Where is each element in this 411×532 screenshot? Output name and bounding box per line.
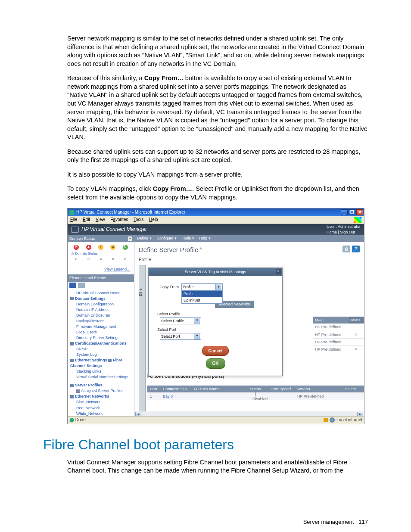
- select-port-dropdown[interactable]: Select Port ▼: [160, 333, 201, 340]
- view-toggle-list-icon[interactable]: [78, 283, 85, 288]
- fc-port: 1: [147, 394, 160, 399]
- view-legend-link[interactable]: View Legend…: [68, 265, 134, 274]
- paragraph-1: Server network mapping is similar to the…: [43, 34, 368, 68]
- nav-ethernet-settings[interactable]: Ethernet Settings: [70, 358, 107, 362]
- fc-row: 1 Bay 3 Disabled HP Pre-defined: [147, 392, 364, 400]
- nav-directory-server[interactable]: Directory Server Settings: [70, 335, 133, 341]
- dialog-title: Server VLAN Tag to vNet Mappings: [185, 270, 246, 274]
- ie-menu-help[interactable]: Help: [149, 217, 158, 222]
- intranet-icon: [330, 417, 335, 423]
- nav-server-profiles[interactable]: Server Profiles: [70, 383, 103, 387]
- nav-stacking-links[interactable]: Stacking Links: [70, 369, 133, 374]
- nav-ethernet-networks[interactable]: Ethernet Networks: [70, 394, 109, 398]
- fc-col-name: FC SAN Name: [191, 386, 247, 392]
- ie-menu-edit[interactable]: Edit: [83, 217, 90, 222]
- chevron-down-icon[interactable]: ▼: [215, 284, 221, 290]
- status-error-icon: ▲: [86, 245, 91, 250]
- status-done: Done: [75, 417, 86, 422]
- fc-col-delete: Delete: [342, 386, 364, 392]
- maximize-button[interactable]: ❐: [349, 209, 355, 215]
- nav-home[interactable]: HP Virtual Connect Home: [70, 290, 133, 296]
- menu-help[interactable]: Help ▾: [199, 236, 211, 241]
- dropdown-option-uplinkset[interactable]: UplinkSet: [182, 297, 222, 303]
- close-button[interactable]: ✕: [356, 209, 363, 215]
- count-1: 0: [87, 257, 89, 262]
- menu-define[interactable]: Define ▾: [137, 236, 152, 241]
- help-icon[interactable]: ?: [352, 246, 360, 252]
- chevron-down-icon[interactable]: ▼: [194, 333, 200, 339]
- nav-backup-restore[interactable]: Backup/Restore: [70, 318, 133, 324]
- nav-red-net[interactable]: Red_Network: [70, 405, 133, 411]
- fc-col-port: Port: [147, 386, 160, 392]
- footer-label: Server management: [303, 519, 354, 525]
- ie-menu-tools[interactable]: Tools: [134, 217, 143, 222]
- menu-tools[interactable]: Tools ▾: [182, 236, 194, 241]
- app-header: HP Virtual Connect Manager User : Admini…: [68, 224, 364, 235]
- ie-menu-file[interactable]: File: [70, 217, 77, 222]
- copy-from-label: Copy From: [155, 284, 179, 289]
- mac-cell: HP Pre-defined: [313, 324, 349, 330]
- nav-snmp[interactable]: SNMP: [70, 346, 133, 352]
- select-port-placeholder: Select Port: [161, 334, 180, 339]
- delete-x-icon[interactable]: [349, 339, 364, 345]
- checkbox-icon[interactable]: [250, 392, 256, 396]
- home-signout-links[interactable]: Home | Sign Out: [327, 230, 361, 235]
- nav-domain-enclosures[interactable]: Domain Enclosures: [70, 313, 133, 318]
- nav-assigned-profiles[interactable]: Assigned Server Profiles: [70, 388, 133, 394]
- minimize-button[interactable]: _: [341, 209, 348, 215]
- scroll-right-icon[interactable]: ►: [357, 412, 363, 416]
- paragraph-after: Virtual Connect Manager supports setting…: [43, 458, 368, 475]
- dropdown-option-profile[interactable]: Profile: [182, 291, 222, 297]
- ok-button[interactable]: OK: [206, 358, 225, 369]
- ie-menubar: File Edit View Favorites Tools Help: [68, 216, 364, 224]
- p5-lead: To copy VLAN mappings, click: [67, 185, 153, 192]
- copy-from-dropdown-list: Profile UplinkSet: [181, 290, 223, 303]
- ie-menu-view[interactable]: View: [96, 217, 105, 222]
- page-footer: Server management 117: [43, 518, 368, 526]
- hp-logo-icon: [71, 227, 79, 233]
- menu-configure[interactable]: Configure ▾: [157, 236, 177, 241]
- paragraph-4: It is also possible to copy VLAN mapping…: [43, 171, 368, 179]
- nav-blue-net[interactable]: Blue_Network: [70, 399, 133, 405]
- nav-syslog[interactable]: System Log: [70, 352, 133, 358]
- nav-domain-config[interactable]: Domain Configuration: [70, 302, 133, 307]
- nav-white-net[interactable]: White_Network: [70, 411, 133, 416]
- main-hscroll[interactable]: ◄ ►: [134, 411, 364, 416]
- nav-certs[interactable]: Certificates/Authentications: [70, 341, 127, 345]
- chevron-down-icon[interactable]: ▼: [194, 318, 200, 324]
- paragraph-5: To copy VLAN mappings, click Copy From….…: [43, 185, 368, 202]
- nav-firmware[interactable]: Firmware Management: [70, 324, 133, 330]
- domain-status-row-label: Domain Status: [75, 252, 97, 255]
- select-profile-dropdown[interactable]: Select Profile ▼: [160, 317, 201, 324]
- print-icon[interactable]: ⎙: [342, 246, 350, 252]
- delete-x-icon[interactable]: [349, 324, 364, 330]
- modified-indicator: *: [199, 246, 202, 253]
- ie-titlebar: HP Virtual Connect Manager - Microsoft I…: [68, 208, 364, 216]
- delete-header: Delete: [349, 317, 364, 324]
- status-caution-icon: ▲: [110, 245, 115, 250]
- lock-icon: [324, 418, 328, 422]
- delete-x-icon[interactable]: ✕: [349, 347, 364, 352]
- user-label: User : Administrator: [327, 224, 361, 229]
- scroll-left-icon[interactable]: ◄: [135, 412, 141, 416]
- view-toggle-tree-icon[interactable]: [69, 283, 76, 288]
- nav-tree: HP Virtual Connect Home Domain Settings …: [68, 289, 134, 416]
- nav-domain-settings[interactable]: Domain Settings: [70, 296, 106, 301]
- copy-from-value: Profile: [183, 284, 194, 289]
- nav-local-users[interactable]: Local Users: [70, 330, 133, 335]
- delete-x-icon[interactable]: ✕: [349, 332, 364, 337]
- collapse-icon[interactable]: −: [128, 236, 132, 241]
- fc-san-table: Port Connected To FC SAN Name Status Por…: [147, 386, 364, 400]
- p2-tail: button is available to copy a set of exi…: [67, 75, 367, 140]
- cancel-button[interactable]: Cancel: [202, 346, 229, 356]
- ie-menu-favorites[interactable]: Favorites: [110, 217, 128, 222]
- ie-icon: [69, 210, 75, 215]
- dialog-close-icon[interactable]: ✕: [276, 269, 281, 274]
- mac-cell: HP Pre-defined: [313, 332, 349, 337]
- nav-vsn-settings[interactable]: Virtual Serial Number Settings: [70, 374, 133, 380]
- paragraph-2: Because of this similarity, a Copy From……: [43, 74, 368, 142]
- copy-from-select[interactable]: Profile ▼: [181, 283, 223, 290]
- app-body: Domain Status − ✖ ▲ ! ▲ ↻ ⚠ Domain Statu…: [68, 235, 364, 416]
- nav-domain-ip[interactable]: Domain IP Address: [70, 307, 133, 313]
- domain-status-panel: ✖ ▲ ! ▲ ↻ ⚠ Domain Status 0 0 4 0 0: [68, 242, 134, 265]
